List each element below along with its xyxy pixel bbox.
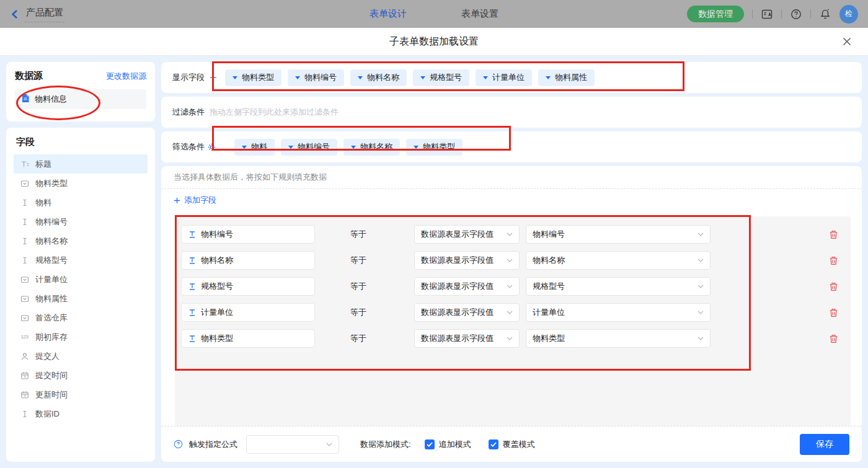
add-display-field-icon[interactable] bbox=[210, 74, 217, 81]
screen-condition-tag[interactable]: 物料类型 bbox=[406, 139, 463, 156]
rule-field-input[interactable]: 物料编号 bbox=[181, 225, 315, 244]
rule-row: 计量单位 等于 数据源表显示字段值 计量单位 bbox=[181, 303, 838, 322]
field-item[interactable]: 计量单位 bbox=[14, 270, 148, 289]
text-field-icon bbox=[19, 410, 30, 418]
field-item[interactable]: 标题 bbox=[14, 154, 148, 174]
screen-condition-tag[interactable]: 物料名称 bbox=[343, 139, 400, 156]
display-field-tag[interactable]: 物料编号 bbox=[288, 69, 344, 86]
display-field-tag[interactable]: 物料属性 bbox=[538, 69, 595, 86]
field-item[interactable]: 首选仓库 bbox=[14, 308, 148, 327]
filter-conditions-label: 过滤条件 bbox=[172, 107, 205, 118]
screen-conditions-label: 筛选条件 bbox=[172, 141, 205, 152]
back-label[interactable]: 产品配置 bbox=[25, 6, 64, 22]
field-item-label: 提交时间 bbox=[35, 370, 68, 381]
field-item[interactable]: 物料类型 bbox=[14, 174, 148, 193]
rule-field-input[interactable]: 物料名称 bbox=[181, 251, 315, 270]
tab-form-settings[interactable]: 表单设置 bbox=[461, 8, 498, 20]
tag-label: 规格型号 bbox=[430, 72, 462, 83]
add-field-button[interactable]: 添加字段 bbox=[161, 189, 229, 211]
select-value: 数据源表显示字段值 bbox=[421, 333, 494, 344]
datasource-item[interactable]: 物料信息 bbox=[15, 89, 146, 109]
filter-drop-placeholder: 拖动左侧字段到此处来添加过滤条件 bbox=[210, 107, 339, 118]
field-item[interactable]: 更新时间 bbox=[14, 385, 148, 404]
datasource-title: 数据源 bbox=[15, 70, 43, 82]
append-mode-checkbox[interactable]: 追加模式 bbox=[425, 439, 471, 450]
translate-icon[interactable] bbox=[761, 8, 773, 20]
field-item-label: 首选仓库 bbox=[35, 312, 68, 324]
rule-field-label: 物料名称 bbox=[201, 255, 233, 266]
rule-source-select[interactable]: 数据源表显示字段值 bbox=[414, 303, 520, 322]
rule-source-select[interactable]: 数据源表显示字段值 bbox=[414, 277, 520, 296]
tab-form-design[interactable]: 表单设计 bbox=[370, 8, 407, 20]
modal-title: 子表单数据加载设置 bbox=[389, 35, 479, 48]
field-item[interactable]: 物料属性 bbox=[14, 289, 148, 308]
back-icon[interactable] bbox=[10, 9, 20, 20]
rule-value-select[interactable]: 物料名称 bbox=[526, 251, 711, 270]
tag-label: 物料类型 bbox=[423, 141, 455, 152]
rule-field-input[interactable]: 计量单位 bbox=[181, 303, 315, 322]
field-item-label: 计量单位 bbox=[35, 274, 68, 285]
rule-value-select[interactable]: 计量单位 bbox=[526, 303, 711, 322]
help-circle-icon[interactable] bbox=[174, 439, 183, 449]
rule-field-label: 物料编号 bbox=[201, 229, 233, 240]
rule-source-select[interactable]: 数据源表显示字段值 bbox=[414, 251, 520, 270]
bell-icon[interactable] bbox=[819, 8, 831, 20]
field-item-label: 物料 bbox=[35, 197, 51, 208]
rule-value-select[interactable]: 物料编号 bbox=[526, 225, 711, 244]
checkbox-label: 覆盖模式 bbox=[503, 439, 535, 450]
rule-field-input[interactable]: 物料类型 bbox=[181, 329, 315, 348]
calendar-icon bbox=[19, 391, 30, 399]
trash-icon[interactable] bbox=[829, 256, 838, 265]
rule-source-select[interactable]: 数据源表显示字段值 bbox=[414, 329, 520, 348]
avatar[interactable]: 检 bbox=[839, 5, 858, 24]
text-field-icon bbox=[188, 230, 197, 239]
field-item[interactable]: 提交人 bbox=[14, 347, 148, 366]
field-item[interactable]: 提交时间 bbox=[14, 366, 148, 385]
data-manage-button[interactable]: 数据管理 bbox=[687, 6, 744, 22]
fields-title: 字段 bbox=[16, 136, 148, 148]
trash-icon[interactable] bbox=[829, 230, 838, 239]
close-icon[interactable] bbox=[842, 37, 852, 46]
gear-icon[interactable] bbox=[208, 143, 216, 151]
title-field-icon bbox=[19, 160, 30, 169]
trash-icon[interactable] bbox=[829, 334, 838, 343]
filter-conditions-row[interactable]: 过滤条件 拖动左侧字段到此处来添加过滤条件 bbox=[161, 97, 862, 128]
trash-icon[interactable] bbox=[829, 308, 838, 317]
select-value: 数据源表显示字段值 bbox=[421, 255, 494, 266]
rule-value-select[interactable]: 规格型号 bbox=[526, 277, 711, 296]
display-field-tag[interactable]: 物料类型 bbox=[225, 69, 281, 86]
field-item[interactable]: 物料 bbox=[14, 193, 148, 212]
rule-row: 物料编号 等于 数据源表显示字段值 物料编号 bbox=[181, 225, 838, 244]
change-datasource-link[interactable]: 更改数据源 bbox=[106, 71, 146, 82]
display-field-tag[interactable]: 物料名称 bbox=[350, 69, 407, 86]
display-field-tag[interactable]: 计量单位 bbox=[476, 69, 532, 86]
rule-field-input[interactable]: 规格型号 bbox=[181, 277, 315, 296]
select-value: 物料编号 bbox=[533, 229, 565, 240]
tag-label: 物料 bbox=[251, 141, 267, 152]
calendar-icon bbox=[19, 371, 30, 380]
display-field-tag[interactable]: 规格型号 bbox=[413, 69, 469, 86]
rule-value-select[interactable]: 物料类型 bbox=[526, 329, 711, 348]
equals-label: 等于 bbox=[350, 333, 369, 344]
trash-icon[interactable] bbox=[829, 282, 838, 291]
screen-condition-tag[interactable]: 物料编号 bbox=[281, 139, 337, 156]
select-value: 数据源表显示字段值 bbox=[421, 281, 494, 292]
screen-condition-tag[interactable]: 物料 bbox=[234, 139, 275, 156]
field-item[interactable]: 物料编号 bbox=[14, 212, 148, 231]
save-button[interactable]: 保存 bbox=[800, 434, 849, 455]
formula-select[interactable] bbox=[246, 435, 339, 454]
field-item[interactable]: 物料名称 bbox=[14, 231, 148, 250]
field-item[interactable]: 规格型号 bbox=[14, 250, 148, 270]
help-icon[interactable] bbox=[790, 8, 802, 20]
overwrite-mode-checkbox[interactable]: 覆盖模式 bbox=[489, 439, 535, 450]
number-field-icon: 123 bbox=[19, 334, 30, 340]
rule-source-select[interactable]: 数据源表显示字段值 bbox=[414, 225, 520, 244]
document-icon bbox=[21, 94, 30, 105]
topbar-tabs: 表单设计 表单设置 bbox=[370, 8, 498, 20]
caret-down-icon bbox=[288, 146, 293, 149]
field-item[interactable]: 数据ID bbox=[14, 404, 148, 423]
tag-label: 物料名称 bbox=[367, 72, 399, 83]
topbar: 产品配置 表单设计 表单设置 数据管理 bbox=[0, 0, 868, 28]
field-item[interactable]: 123 期初库存 bbox=[14, 327, 148, 347]
rule-row: 物料类型 等于 数据源表显示字段值 物料类型 bbox=[181, 329, 838, 348]
